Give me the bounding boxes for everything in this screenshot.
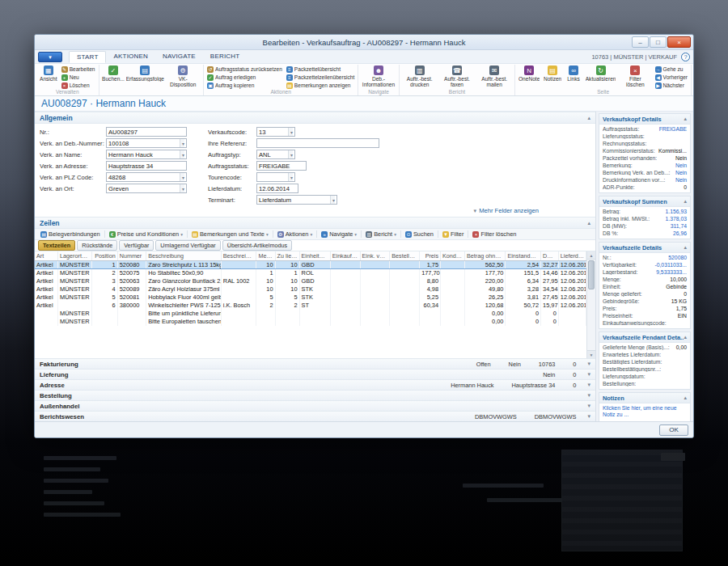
grid-cell[interactable]: ST xyxy=(299,302,330,310)
table-row[interactable]: Artikel6380000Winkelschleifer PWS 7-125i… xyxy=(35,302,586,310)
grid-cell[interactable]: 10 xyxy=(275,261,299,269)
factbox-header[interactable]: Verkaufskopf Summen▴ xyxy=(599,196,690,207)
column-header-nummer[interactable]: Nummer xyxy=(117,251,146,261)
grid-cell[interactable]: 27,45 xyxy=(541,294,559,302)
grid-cell[interactable]: Artikel xyxy=(35,294,58,302)
field-input-auftragsstatus[interactable]: FREIGABE xyxy=(256,161,307,171)
grid-cell[interactable]: Zäro Acryl Holzlasur 375ml Ei xyxy=(146,285,222,294)
field-input-lieferdatum[interactable]: 12.06.2014 xyxy=(256,184,298,193)
grid-cell[interactable]: 5,25 xyxy=(420,294,441,302)
lines-toolbar-aktionen[interactable]: ⚙Aktionen▾ xyxy=(275,230,315,239)
grid-cell[interactable]: 50,72 xyxy=(506,302,541,310)
factbox-header[interactable]: Notizen▴ xyxy=(599,393,690,403)
grid-cell[interactable] xyxy=(330,277,360,285)
grid-cell[interactable] xyxy=(330,294,360,302)
grid-cell[interactable]: MÜNSTER xyxy=(58,310,92,318)
grid-cell[interactable]: 12.06.2014 xyxy=(558,261,586,269)
grid-cell[interactable]: 2 xyxy=(256,302,275,310)
grid-cell[interactable]: 12.06.2014 xyxy=(558,302,586,310)
grid-cell[interactable]: 220,00 xyxy=(465,277,506,285)
grid-cell[interactable]: 380000 xyxy=(117,302,146,310)
grid-cell[interactable]: 12.06.2014 xyxy=(558,294,586,302)
lines-toolbar-bemerkungen-und-texte[interactable]: ▤Bemerkungen und Texte▾ xyxy=(189,230,271,239)
grid-cell[interactable]: 2 xyxy=(92,269,117,277)
factbox-header[interactable]: Verkaufskopf Details▴ xyxy=(599,114,690,125)
fasttab-fakturierung[interactable]: FakturierungOffenNein107630▾ xyxy=(35,358,595,369)
ribbon-button-aktualisieren[interactable]: ↻Aktualisieren xyxy=(584,65,617,82)
grid-cell[interactable] xyxy=(58,302,92,310)
grid-cell[interactable]: 177,70 xyxy=(465,269,506,277)
ribbon-button-onenote[interactable]: NOneNote xyxy=(517,65,541,82)
grid-cell[interactable]: 0 xyxy=(506,310,541,318)
grid-cell[interactable]: 0,00 xyxy=(465,310,506,318)
grid-cell[interactable]: 520081 xyxy=(117,294,146,302)
table-row[interactable]: ArtikelMÜNSTER2520075Ho Stabiltec 50x0,9… xyxy=(35,269,586,277)
grid-cell[interactable] xyxy=(275,310,299,318)
field-input-terminart[interactable]: Lieferdatum▾ xyxy=(256,195,337,205)
lines-toolbar-navigate[interactable]: »Navigate▾ xyxy=(319,230,359,239)
column-header-lieferdatum[interactable]: Lieferdatum xyxy=(558,251,586,261)
grid-cell[interactable]: 520075 xyxy=(117,269,146,277)
lines-toolbar-belegverbindungen[interactable]: ▤Belegverbindungen xyxy=(38,230,103,239)
grid-cell[interactable] xyxy=(92,310,117,318)
lines-toolbar-suchen[interactable]: ⊙Suchen xyxy=(403,230,436,239)
grid-cell[interactable] xyxy=(92,318,117,326)
grid-cell[interactable] xyxy=(299,310,330,318)
grid-cell[interactable]: GBD xyxy=(299,277,330,285)
factbox-field-value[interactable]: 26,96 xyxy=(673,230,687,236)
grid-cell[interactable]: Winkelschleifer PWS 7-125 xyxy=(146,302,222,310)
field-input-nr[interactable]: AU008297 xyxy=(106,127,187,137)
grid-cell[interactable] xyxy=(441,318,465,326)
grid-cell[interactable] xyxy=(360,285,390,294)
grid-cell[interactable] xyxy=(360,277,390,285)
column-header-menge[interactable]: Menge xyxy=(256,251,275,261)
fasttab-lieferung[interactable]: LieferungNein0▾ xyxy=(35,369,595,379)
grid-cell[interactable]: 0 xyxy=(541,318,559,326)
grid-cell[interactable]: 0,00 xyxy=(465,318,506,326)
grid-cell[interactable]: Bitte um pünktliche Lieferung! xyxy=(146,310,222,318)
grid-cell[interactable] xyxy=(441,310,465,318)
field-input-verk-an-name[interactable]: Hermann Hauck▾ xyxy=(106,150,187,159)
table-row[interactable]: ArtikelMÜNSTER4520089Zäro Acryl Holzlasu… xyxy=(35,285,586,294)
ribbon-button-ansicht[interactable]: ▦Ansicht xyxy=(38,65,59,82)
factbox-header[interactable]: Verkaufszeile Pendant Deta...▴ xyxy=(599,332,690,343)
grid-cell[interactable]: MÜNSTER xyxy=(58,285,92,294)
lines-view-tab-umlagernd-verfugbar[interactable]: Umlagernd Verfügbar xyxy=(155,240,220,251)
help-icon[interactable]: ? xyxy=(681,53,690,61)
ribbon-button-loschen[interactable]: ×Löschen xyxy=(60,82,97,89)
grid-cell[interactable]: Artikel xyxy=(35,285,58,294)
grid-cell[interactable]: 5 xyxy=(256,294,275,302)
lines-view-tab-ruckstande[interactable]: Rückstände xyxy=(77,240,117,251)
column-header-preis[interactable]: Preis xyxy=(420,251,441,261)
grid-cell[interactable]: 2 xyxy=(275,302,299,310)
grid-cell[interactable]: 49,80 xyxy=(465,285,506,294)
column-header-position[interactable]: Position xyxy=(92,251,117,261)
factbox-field-value[interactable]: 1.378,03 xyxy=(666,216,687,222)
grid-cell[interactable]: 5 xyxy=(275,294,299,302)
grid-cell[interactable]: Artikel xyxy=(35,261,58,269)
grid-cell[interactable] xyxy=(35,318,58,326)
factbox-field-value[interactable]: 311,74 xyxy=(671,223,687,229)
grid-cell[interactable]: GBD xyxy=(299,261,330,269)
grid-cell[interactable]: 1,75 xyxy=(420,261,441,269)
grid-cell[interactable]: Zaro Glanzcolor Buntlack 2,5L xyxy=(146,277,222,285)
field-input-verk-an-plz-code[interactable]: 48268▾ xyxy=(106,172,187,182)
ribbon-tab-bericht[interactable]: BERICHT xyxy=(203,51,248,63)
scrollbar-thumb[interactable] xyxy=(588,260,595,289)
lines-toolbar-preise-und-konditionen[interactable]: €Preise und Konditionen▾ xyxy=(107,230,185,239)
scroll-up-icon[interactable]: ▲ xyxy=(587,251,595,260)
grid-cell[interactable]: 15,97 xyxy=(541,302,559,310)
grid-cell[interactable]: 8,80 xyxy=(420,277,441,285)
grid-cell[interactable] xyxy=(390,294,420,302)
ribbon-button-notizen[interactable]: ▤Notizen xyxy=(542,65,563,82)
grid-cell[interactable]: Hobbylack Fluor 400ml gelb xyxy=(146,294,222,302)
grid-cell[interactable] xyxy=(390,318,420,326)
fasttab-adresse[interactable]: AdresseHermann HauckHauptstrasse 340▾ xyxy=(35,379,595,390)
factbox-field-value[interactable]: FREIGABE xyxy=(659,126,687,132)
grid-cell[interactable] xyxy=(420,310,441,318)
column-header-einheitencode[interactable]: Einheitencode xyxy=(299,251,330,261)
table-row[interactable]: MÜNSTERBitte Europaletten tauschen!0,000… xyxy=(35,318,586,326)
grid-cell[interactable]: Zaro Streichputz L 113 15kg xyxy=(146,261,222,269)
grid-cell[interactable] xyxy=(390,261,420,269)
factbox-field-value[interactable]: 9,5333333... xyxy=(656,269,687,275)
